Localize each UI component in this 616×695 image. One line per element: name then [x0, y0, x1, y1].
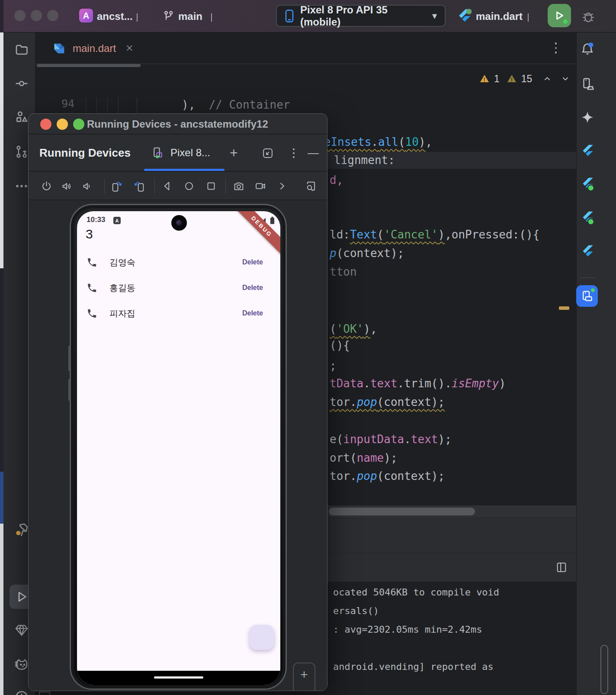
phone-icon	[87, 308, 97, 319]
weak-warning-icon	[507, 74, 517, 84]
emulator-toolbar	[29, 172, 327, 200]
power-button-icon[interactable]	[40, 180, 53, 193]
rotate-left-icon[interactable]	[110, 180, 123, 193]
power-key	[68, 379, 71, 401]
window-tabbar: Running Devices Pixel 8... + —	[29, 135, 327, 172]
android-overview-icon[interactable]	[205, 180, 218, 193]
prev-issue-icon[interactable]	[542, 74, 552, 84]
background-window-sliver	[0, 0, 3, 32]
editor-tabbar: main.dart ✕	[35, 32, 576, 64]
debug-button[interactable]	[581, 9, 596, 24]
screen-record-icon[interactable]	[254, 180, 267, 193]
device-selector[interactable]: Pixel 8 Pro API 35 (mobile) ▾	[276, 5, 446, 27]
active-tab-underline	[144, 169, 225, 171]
console-line: ocated 5046KB to compile void	[333, 587, 499, 598]
window-titlebar[interactable]: Running Devices - ancstatemodify12	[29, 114, 327, 135]
more-actions-chevron-icon[interactable]	[276, 180, 289, 193]
rotate-right-icon[interactable]	[133, 180, 146, 193]
window-options-kebab-icon[interactable]	[287, 147, 300, 160]
add-device-icon[interactable]: +	[230, 135, 238, 171]
project-avatar: A	[79, 9, 93, 23]
volume-rocker	[68, 346, 71, 371]
screen-inspect-icon[interactable]	[305, 180, 318, 193]
add-contact-fab[interactable]	[249, 625, 274, 650]
contact-row[interactable]: 피자집Delete	[77, 304, 280, 323]
structure-tool-icon[interactable]	[13, 108, 30, 125]
console-scrollbar-thumb[interactable]	[600, 645, 608, 694]
android-home-icon[interactable]	[183, 180, 196, 193]
logcat-tool-icon[interactable]	[13, 655, 30, 672]
hide-window-icon[interactable]: —	[308, 135, 319, 171]
device-selector-label: Pixel 8 Pro API 35 (mobile)	[300, 4, 426, 28]
weak-warning-count: 15	[521, 73, 533, 85]
contact-row[interactable]: 김영숙Delete	[77, 253, 280, 272]
device-tab-pixel8[interactable]: Pixel 8...	[151, 135, 210, 171]
device-manager-icon[interactable]	[580, 77, 595, 92]
commit-tool-icon[interactable]	[13, 75, 30, 92]
dart-analysis-tool-icon[interactable]	[13, 621, 30, 638]
gesture-pill[interactable]	[154, 676, 203, 679]
more-tools-icon[interactable]	[13, 177, 30, 195]
inspections-widget[interactable]: 1 15	[479, 72, 570, 86]
volume-down-icon[interactable]	[81, 180, 94, 193]
tab-main-dart[interactable]: main.dart ✕	[44, 32, 141, 64]
flutter-outline-icon[interactable]	[580, 244, 595, 259]
zoom-in-button[interactable]: +	[294, 667, 314, 682]
close-tab-icon[interactable]: ✕	[125, 43, 133, 54]
status-time: 10:33	[87, 216, 105, 224]
flutter-running-icon[interactable]	[580, 210, 595, 225]
running-devices-window[interactable]: Running Devices - ancstatemodify12 Runni…	[28, 113, 327, 691]
git-branch-icon	[162, 10, 175, 23]
flutter-outline-icon[interactable]	[580, 144, 595, 158]
gemini-sparkle-icon[interactable]	[580, 110, 595, 125]
toolbar-separator	[225, 178, 226, 194]
android-back-icon[interactable]	[160, 180, 173, 193]
close-window-button[interactable]	[14, 10, 26, 21]
vcs-graph-tool-icon[interactable]	[13, 143, 30, 160]
minimize-window-button[interactable]	[31, 10, 42, 21]
run-tool-play-icon[interactable]	[13, 588, 30, 605]
zoom-window-button[interactable]	[73, 119, 84, 130]
delete-button[interactable]: Delete	[242, 309, 263, 317]
navigation-bar	[77, 671, 280, 685]
notifications-bell-icon[interactable]	[580, 42, 595, 56]
build-tool-icon[interactable]	[13, 521, 30, 539]
problems-tool-icon[interactable]	[13, 689, 30, 695]
background-window-sliver	[0, 472, 3, 524]
device-screen[interactable]: 10:33 A DEBUG 3 김영숙Delete홍길동Delete피자집Del…	[77, 211, 280, 685]
branch-selector[interactable]: main	[178, 0, 202, 32]
console-line: ersals()	[333, 605, 379, 616]
close-window-button[interactable]	[40, 119, 51, 130]
contact-row[interactable]: 홍길동Delete	[77, 278, 280, 297]
tab-label: main.dart	[73, 42, 116, 55]
flutter-running-icon[interactable]	[580, 177, 595, 191]
warning-count: 1	[494, 73, 500, 85]
screenshot-camera-icon[interactable]	[232, 180, 245, 193]
delete-button[interactable]: Delete	[242, 258, 263, 266]
delete-button[interactable]: Delete	[242, 284, 263, 292]
next-issue-icon[interactable]	[561, 74, 570, 84]
maximize-window-button[interactable]	[47, 10, 58, 21]
running-status-dot	[590, 287, 596, 293]
dropdown-triangle-icon: ▾	[432, 10, 437, 22]
warning-icon	[479, 74, 490, 84]
background-window-sliver	[0, 32, 3, 268]
running-devices-tool-button[interactable]	[576, 285, 598, 307]
run-button[interactable]	[548, 4, 571, 27]
editor-hscrollbar-thumb[interactable]	[329, 508, 475, 515]
project-tool-icon[interactable]	[13, 41, 30, 58]
tab-scroll-indicator[interactable]	[37, 64, 141, 67]
background-window-sliver	[0, 268, 3, 472]
phone-icon	[87, 257, 97, 268]
battery-icon	[270, 216, 275, 225]
run-config-selector[interactable]: main.dart	[476, 0, 523, 32]
zoom-out-button[interactable]: —	[294, 686, 314, 691]
tab-options-kebab-icon[interactable]	[548, 40, 564, 56]
dock-window-icon[interactable]	[262, 147, 274, 159]
project-selector[interactable]: ancst...	[97, 0, 133, 32]
volume-up-icon[interactable]	[60, 180, 73, 193]
split-panel-icon[interactable]	[555, 561, 568, 573]
emulator-viewport: 10:33 A DEBUG 3 김영숙Delete홍길동Delete피자집Del…	[29, 200, 327, 691]
minimize-window-button[interactable]	[57, 119, 68, 130]
toolbar-separator	[154, 178, 155, 194]
